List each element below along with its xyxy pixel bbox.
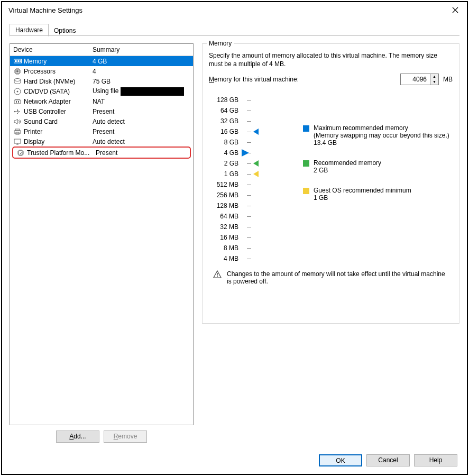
scale-label: 16 MB: [209, 232, 238, 243]
scale-label: 128 GB: [209, 95, 238, 105]
window-title: Virtual Machine Settings: [8, 6, 82, 14]
usb-icon: [13, 107, 22, 115]
tab-row: Hardware Options: [2, 18, 467, 36]
cddvd-icon: [13, 87, 22, 95]
legend-swatch-blue: [303, 125, 309, 132]
legend-min-title: Guest OS recommended minimum: [314, 187, 411, 194]
tab-underline: [10, 35, 459, 36]
memory-ruler: 128 GB 64 GB 32 GB 16 GB 8 GB 4 GB 2 GB …: [209, 93, 453, 264]
harddisk-icon: [13, 77, 22, 85]
min-memory-marker: [253, 171, 259, 177]
tab-hardware[interactable]: Hardware: [10, 24, 49, 36]
svg-point-9: [17, 90, 19, 92]
svg-point-13: [14, 111, 16, 112]
scale-label: 64 MB: [209, 211, 238, 222]
display-icon: [13, 138, 22, 145]
memory-note-text: Changes to the amount of memory will not…: [227, 270, 448, 285]
scale-label: 2 GB: [209, 158, 238, 169]
device-summary: 4: [93, 68, 190, 75]
scale-label: 4 GB: [209, 148, 238, 158]
titlebar: Virtual Machine Settings: [2, 2, 467, 18]
device-label: Trusted Platform Mo...: [27, 149, 96, 157]
memory-control-row: Memory for this virtual machine: ▲ ▼ MB: [209, 74, 453, 85]
dialog-footer: OK Cancel Help: [2, 450, 467, 474]
device-list[interactable]: Device Summary Memory 4 GB: [10, 43, 194, 425]
scale-label: 1 GB: [209, 169, 238, 179]
device-row-tpm[interactable]: Trusted Platform Mo... Present: [13, 148, 190, 158]
scale-label: 512 MB: [209, 179, 238, 190]
memory-unit: MB: [443, 76, 453, 83]
legend-max-value: 13.4 GB: [314, 139, 449, 147]
device-row-cddvd[interactable]: CD/DVD (SATA) Using file: [10, 86, 193, 96]
svg-rect-11: [16, 101, 17, 103]
memory-pane: Memory Specify the amount of memory allo…: [201, 43, 459, 443]
memory-note: Changes to the amount of memory will not…: [209, 270, 453, 285]
scale-label: 16 GB: [209, 126, 238, 137]
scale-label: 8 MB: [209, 243, 238, 253]
memory-icon: [13, 57, 22, 65]
ruler-labels: 128 GB 64 GB 32 GB 16 GB 8 GB 4 GB 2 GB …: [209, 95, 238, 264]
device-list-header: Device Summary: [10, 44, 193, 56]
device-pane: Device Summary Memory 4 GB: [10, 43, 194, 443]
svg-rect-22: [217, 276, 217, 277]
legend-swatch-green: [303, 160, 309, 167]
spinner-buttons[interactable]: ▲ ▼: [430, 74, 438, 85]
legend-rec-value: 2 GB: [314, 167, 381, 174]
device-label: Processors: [24, 68, 93, 75]
cancel-button[interactable]: Cancel: [366, 454, 410, 466]
device-row-sound[interactable]: Sound Card Auto detect: [10, 116, 193, 126]
network-icon: [13, 97, 22, 105]
device-summary: 4 GB: [93, 58, 190, 65]
memory-slider[interactable]: [243, 95, 251, 264]
memory-input[interactable]: [401, 74, 430, 85]
scale-label: 32 GB: [209, 116, 238, 126]
device-label: Hard Disk (NVMe): [24, 78, 93, 85]
device-row-display[interactable]: Display Auto detect: [10, 136, 193, 147]
scale-label: 64 GB: [209, 105, 238, 116]
header-device[interactable]: Device: [13, 46, 93, 53]
recommended-memory-marker: [253, 160, 259, 167]
device-label: Sound Card: [24, 118, 93, 125]
device-row-printer[interactable]: Printer Present: [10, 126, 193, 136]
device-summary: Auto detect: [93, 138, 190, 145]
legend-rec-title: Recommended memory: [314, 159, 381, 167]
device-label: USB Controller: [24, 108, 93, 115]
device-row-usb[interactable]: USB Controller Present: [10, 106, 193, 116]
header-summary[interactable]: Summary: [93, 46, 190, 53]
remove-button: Remove: [104, 431, 147, 443]
close-button[interactable]: [448, 5, 463, 15]
device-summary: Present: [93, 108, 190, 115]
device-label: CD/DVD (SATA): [24, 88, 93, 95]
printer-icon: [13, 127, 22, 135]
device-summary: 75 GB: [93, 78, 190, 85]
vm-settings-window: Virtual Machine Settings Hardware Option…: [1, 1, 468, 475]
device-list-body: Memory 4 GB Processors 4: [10, 56, 193, 425]
spin-down-icon[interactable]: ▼: [430, 79, 438, 85]
add-button[interactable]: Add...: [56, 431, 99, 443]
device-row-network[interactable]: Network Adapter NAT: [10, 96, 193, 106]
device-row-hdd[interactable]: Hard Disk (NVMe) 75 GB: [10, 76, 193, 86]
device-row-memory[interactable]: Memory 4 GB: [10, 56, 193, 66]
scale-label: 256 MB: [209, 190, 238, 200]
help-button[interactable]: Help: [414, 454, 457, 466]
svg-rect-2: [16, 60, 17, 62]
device-buttons: Add... Remove: [10, 428, 194, 443]
device-row-processors[interactable]: Processors 4: [10, 66, 193, 76]
legend-swatch-yellow: [303, 188, 309, 194]
device-summary: Present: [96, 149, 187, 157]
device-summary: NAT: [93, 98, 190, 105]
tab-options[interactable]: Options: [49, 25, 81, 36]
memory-slider-thumb[interactable]: [242, 149, 249, 157]
svg-rect-19: [14, 139, 21, 143]
svg-rect-10: [14, 100, 21, 104]
tpm-highlight-box: Trusted Platform Mo... Present: [12, 147, 191, 159]
scale-label: 128 MB: [209, 200, 238, 211]
memory-label: Memory for this virtual machine:: [209, 76, 299, 83]
spin-up-icon[interactable]: ▲: [430, 74, 438, 79]
device-summary: Using file: [93, 87, 190, 96]
memory-spinner[interactable]: ▲ ▼: [400, 74, 439, 85]
ok-button[interactable]: OK: [319, 454, 362, 466]
processor-icon: [13, 67, 22, 75]
memory-description: Specify the amount of memory allocated t…: [209, 51, 453, 68]
legend-max: Maximum recommended memory (Memory swapp…: [303, 124, 449, 147]
